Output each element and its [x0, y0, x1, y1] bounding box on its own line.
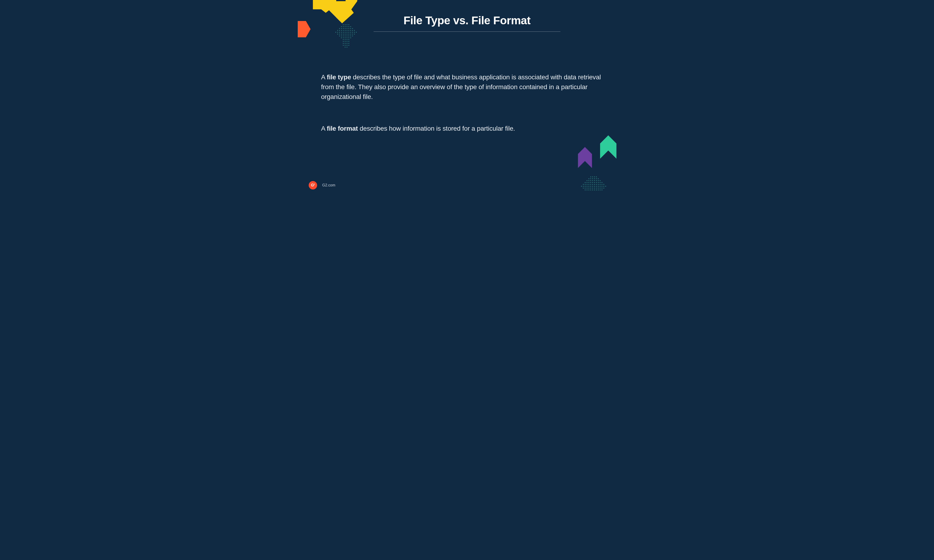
svg-point-19 — [350, 28, 351, 29]
svg-point-14 — [341, 28, 342, 29]
svg-point-93 — [592, 178, 593, 179]
svg-point-70 — [348, 39, 349, 40]
svg-marker-85 — [578, 147, 592, 168]
svg-point-109 — [592, 182, 593, 183]
svg-point-43 — [338, 34, 338, 35]
svg-point-112 — [598, 182, 598, 183]
svg-point-139 — [603, 186, 604, 186]
svg-point-30 — [354, 30, 355, 31]
svg-point-27 — [348, 30, 349, 31]
svg-point-90 — [596, 176, 596, 177]
svg-point-17 — [347, 28, 347, 29]
svg-point-81 — [347, 45, 347, 46]
svg-point-94 — [594, 178, 595, 179]
svg-point-44 — [339, 34, 340, 35]
svg-point-72 — [345, 41, 345, 42]
svg-point-141 — [583, 188, 584, 188]
svg-point-162 — [601, 189, 602, 190]
svg-point-63 — [345, 38, 345, 38]
svg-point-127 — [581, 186, 582, 186]
svg-point-79 — [343, 45, 344, 46]
svg-point-160 — [598, 189, 598, 190]
svg-point-42 — [356, 32, 357, 33]
svg-point-146 — [592, 188, 593, 188]
svg-point-140 — [605, 186, 606, 186]
svg-point-161 — [600, 189, 600, 190]
svg-point-37 — [347, 32, 347, 33]
svg-point-54 — [341, 36, 342, 36]
svg-point-56 — [345, 36, 345, 36]
svg-point-145 — [590, 188, 591, 188]
svg-point-84 — [347, 47, 347, 48]
svg-point-147 — [594, 188, 595, 188]
svg-point-91 — [589, 178, 589, 179]
svg-point-52 — [354, 34, 355, 35]
svg-point-102 — [596, 180, 596, 181]
svg-point-156 — [590, 189, 591, 190]
svg-point-119 — [590, 184, 591, 185]
svg-point-148 — [596, 188, 596, 188]
svg-point-51 — [352, 34, 353, 35]
svg-point-46 — [343, 34, 344, 35]
svg-point-38 — [348, 32, 349, 33]
svg-point-15 — [343, 28, 344, 29]
paragraph-file-type: A file type describes the type of file a… — [321, 72, 613, 102]
svg-point-111 — [596, 182, 596, 183]
svg-point-103 — [598, 180, 598, 181]
slide-title: File Type vs. File Format — [404, 14, 530, 27]
svg-point-26 — [347, 30, 347, 31]
svg-point-144 — [589, 188, 589, 188]
svg-point-116 — [585, 184, 586, 185]
svg-point-87 — [590, 176, 591, 177]
svg-point-76 — [345, 43, 345, 44]
svg-point-3 — [343, 25, 344, 25]
g2-logo-icon: G2 — [309, 181, 317, 189]
svg-point-152 — [603, 188, 604, 188]
svg-point-12 — [350, 26, 351, 27]
svg-point-39 — [350, 32, 351, 33]
svg-marker-2 — [298, 21, 311, 37]
svg-point-25 — [345, 30, 345, 31]
title-underline — [374, 31, 560, 32]
svg-point-40 — [352, 32, 353, 33]
svg-point-73 — [347, 41, 347, 42]
svg-point-83 — [345, 47, 345, 48]
svg-point-16 — [345, 28, 345, 29]
svg-point-126 — [603, 184, 604, 185]
svg-point-47 — [345, 34, 345, 35]
svg-point-64 — [347, 38, 347, 38]
teal-dots-top-decoration — [331, 23, 364, 54]
svg-point-105 — [585, 182, 586, 183]
svg-point-78 — [348, 43, 349, 44]
svg-point-89 — [594, 176, 595, 177]
svg-point-99 — [590, 180, 591, 181]
svg-point-107 — [589, 182, 589, 183]
svg-point-6 — [348, 25, 349, 25]
svg-point-18 — [348, 28, 349, 29]
svg-point-80 — [345, 45, 345, 46]
svg-point-101 — [594, 180, 595, 181]
svg-point-104 — [600, 180, 600, 181]
teal-dots-bottom-decoration — [577, 175, 614, 203]
para2-suffix: describes how information is stored for … — [358, 125, 515, 132]
svg-point-21 — [338, 30, 338, 31]
svg-point-75 — [343, 43, 344, 44]
svg-point-58 — [348, 36, 349, 36]
svg-point-31 — [336, 32, 336, 33]
svg-point-66 — [350, 38, 351, 38]
svg-point-11 — [348, 26, 349, 27]
svg-point-118 — [589, 184, 589, 185]
svg-point-48 — [347, 34, 347, 35]
svg-point-123 — [598, 184, 598, 185]
svg-point-82 — [348, 45, 349, 46]
paragraph-file-format: A file format describes how information … — [321, 124, 613, 134]
svg-point-22 — [339, 30, 340, 31]
svg-point-134 — [594, 186, 595, 186]
para1-prefix: A — [321, 74, 327, 81]
g2-logo-two: 2 — [314, 183, 315, 186]
svg-point-98 — [589, 180, 589, 181]
svg-point-151 — [601, 188, 602, 188]
purple-arrow-decoration — [573, 147, 596, 169]
para1-suffix: describes the type of file and what busi… — [321, 74, 601, 100]
svg-point-77 — [347, 43, 347, 44]
